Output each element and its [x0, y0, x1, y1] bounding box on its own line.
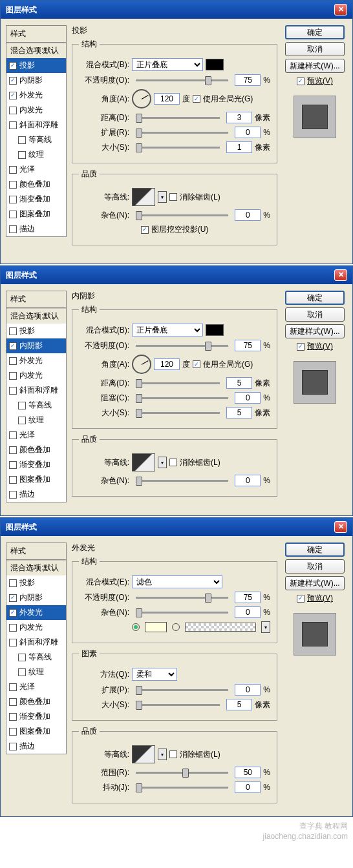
new-style-button[interactable]: 新建样式(W)... [285, 59, 345, 73]
blend-mode-select[interactable]: 滤色 [132, 575, 222, 588]
styles-header[interactable]: 样式 [6, 291, 67, 308]
style-item-drop-shadow[interactable]: 投影 [6, 324, 66, 338]
chevron-down-icon[interactable]: ▾ [158, 191, 167, 203]
checkbox-icon[interactable] [9, 77, 17, 85]
checkbox-icon[interactable] [18, 417, 26, 424]
new-style-button[interactable]: 新建样式(W)... [285, 324, 345, 338]
distance-slider[interactable] [136, 382, 220, 384]
global-light-checkbox[interactable]: 使用全局光(G) [193, 359, 253, 370]
chevron-down-icon[interactable]: ▾ [158, 457, 167, 468]
titlebar[interactable]: 图层样式 ✕ [1, 518, 352, 536]
checkbox-icon[interactable] [9, 491, 17, 499]
distance-input[interactable] [226, 112, 252, 123]
style-item-satin[interactable]: 光泽 [6, 162, 66, 177]
gradient-radio[interactable] [172, 623, 180, 631]
spread-input[interactable] [235, 684, 261, 696]
checkbox-icon[interactable] [18, 151, 26, 159]
style-item-drop-shadow[interactable]: 投影 [6, 575, 66, 590]
size-input[interactable] [226, 407, 252, 418]
checkbox-icon[interactable] [9, 639, 17, 646]
style-item-contour[interactable]: 等高线 [6, 132, 66, 147]
style-item-gradient-overlay[interactable]: 渐变叠加 [6, 709, 66, 724]
opacity-slider[interactable] [136, 79, 228, 81]
blend-options-item[interactable]: 混合选项:默认 [6, 43, 66, 58]
style-item-inner-glow[interactable]: 内发光 [6, 620, 66, 635]
checkbox-icon[interactable] [9, 372, 17, 380]
antialias-checkbox[interactable]: 消除锯齿(L) [169, 749, 220, 760]
style-item-pattern-overlay[interactable]: 图案叠加 [6, 472, 66, 487]
close-icon[interactable]: ✕ [334, 269, 347, 281]
style-item-pattern-overlay[interactable]: 图案叠加 [6, 724, 66, 739]
style-item-gradient-overlay[interactable]: 渐变叠加 [6, 457, 66, 472]
range-input[interactable] [235, 767, 261, 778]
checkbox-icon[interactable] [9, 107, 17, 114]
styles-header[interactable]: 样式 [6, 542, 67, 560]
style-item-drop-shadow[interactable]: 投影 [6, 58, 66, 73]
checkbox-icon[interactable] [9, 683, 17, 691]
style-item-bevel[interactable]: 斜面和浮雕 [6, 118, 66, 132]
checkbox-icon[interactable] [18, 668, 26, 676]
new-style-button[interactable]: 新建样式(W)... [285, 576, 345, 590]
checkbox-icon[interactable] [9, 743, 17, 750]
checkbox-icon[interactable] [9, 166, 17, 174]
antialias-checkbox[interactable]: 消除锯齿(L) [169, 192, 220, 203]
noise-slider[interactable] [136, 214, 228, 216]
style-item-color-overlay[interactable]: 颜色叠加 [6, 442, 66, 457]
preview-checkbox[interactable]: 预览(V) [297, 76, 333, 87]
style-item-texture[interactable]: 纹理 [6, 413, 66, 428]
style-item-contour[interactable]: 等高线 [6, 398, 66, 413]
style-item-texture[interactable]: 纹理 [6, 147, 66, 162]
cancel-button[interactable]: 取消 [285, 42, 345, 56]
checkbox-icon[interactable] [9, 476, 17, 484]
ok-button[interactable]: 确定 [285, 542, 345, 557]
style-item-outer-glow[interactable]: 外发光 [6, 88, 66, 103]
contour-picker[interactable] [132, 188, 155, 206]
style-item-inner-shadow[interactable]: 内阴影 [6, 590, 66, 605]
opacity-input[interactable] [235, 74, 261, 86]
checkbox-icon[interactable] [9, 728, 17, 736]
solid-color-radio[interactable] [132, 623, 140, 631]
style-item-color-overlay[interactable]: 颜色叠加 [6, 177, 66, 192]
color-swatch[interactable] [206, 59, 224, 70]
style-item-texture[interactable]: 纹理 [6, 665, 66, 679]
checkbox-icon[interactable] [9, 431, 17, 439]
opacity-slider[interactable] [136, 597, 228, 599]
cancel-button[interactable]: 取消 [285, 559, 345, 574]
style-item-satin[interactable]: 光泽 [6, 679, 66, 694]
preview-checkbox[interactable]: 预览(V) [297, 341, 333, 352]
size-input[interactable] [226, 141, 252, 153]
glow-gradient-picker[interactable] [185, 623, 256, 632]
glow-color-swatch[interactable] [145, 622, 167, 632]
checkbox-icon[interactable] [9, 609, 17, 617]
style-item-inner-shadow[interactable]: 内阴影 [6, 338, 66, 353]
style-item-contour[interactable]: 等高线 [6, 650, 66, 665]
spread-input[interactable] [235, 127, 261, 138]
noise-input[interactable] [235, 606, 261, 618]
checkbox-icon[interactable] [9, 387, 17, 395]
contour-picker[interactable] [132, 745, 155, 763]
checkbox-icon[interactable] [9, 196, 17, 203]
spread-slider[interactable] [136, 689, 228, 691]
checkbox-icon[interactable] [9, 698, 17, 706]
distance-slider[interactable] [136, 117, 220, 119]
technique-select[interactable]: 柔和 [132, 668, 177, 681]
style-item-gradient-overlay[interactable]: 渐变叠加 [6, 192, 66, 207]
style-item-pattern-overlay[interactable]: 图案叠加 [6, 207, 66, 222]
titlebar[interactable]: 图层样式 ✕ [1, 1, 352, 19]
checkbox-icon[interactable] [18, 136, 26, 144]
noise-slider[interactable] [136, 480, 228, 482]
blend-options-item[interactable]: 混合选项:默认 [6, 308, 66, 324]
checkbox-icon[interactable] [9, 327, 17, 335]
preview-checkbox[interactable]: 预览(V) [297, 593, 333, 604]
checkbox-icon[interactable] [9, 92, 17, 99]
checkbox-icon[interactable] [9, 461, 17, 469]
angle-dial[interactable] [132, 89, 151, 108]
blend-options-item[interactable]: 混合选项:默认 [6, 560, 66, 575]
angle-input[interactable] [154, 358, 180, 370]
checkbox-icon[interactable] [9, 211, 17, 218]
checkbox-icon[interactable] [9, 181, 17, 189]
blend-mode-select[interactable]: 正片叠底 [132, 58, 203, 71]
close-icon[interactable]: ✕ [334, 521, 347, 533]
checkbox-icon[interactable] [9, 62, 17, 70]
opacity-input[interactable] [235, 340, 261, 351]
